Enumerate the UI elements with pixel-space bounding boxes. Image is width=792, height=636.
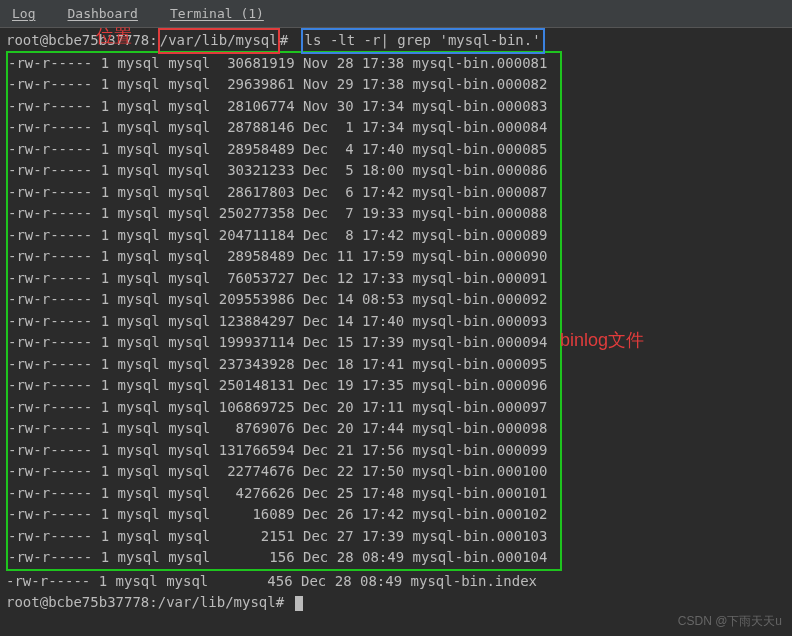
file-row: -rw-r----- 1 mysql mysql 2151 Dec 27 17:… <box>8 526 560 548</box>
file-listing-box: -rw-r----- 1 mysql mysql 30681919 Nov 28… <box>6 51 562 571</box>
file-row: -rw-r----- 1 mysql mysql 250148131 Dec 1… <box>8 375 560 397</box>
file-row: -rw-r----- 1 mysql mysql 131766594 Dec 2… <box>8 440 560 462</box>
file-row: -rw-r----- 1 mysql mysql 204711184 Dec 8… <box>8 225 560 247</box>
file-row: -rw-r----- 1 mysql mysql 28958489 Dec 11… <box>8 246 560 268</box>
file-row: -rw-r----- 1 mysql mysql 106869725 Dec 2… <box>8 397 560 419</box>
file-row: -rw-r----- 1 mysql mysql 76053727 Dec 12… <box>8 268 560 290</box>
cursor <box>295 596 303 611</box>
file-row: -rw-r----- 1 mysql mysql 30321233 Dec 5 … <box>8 160 560 182</box>
file-row: -rw-r----- 1 mysql mysql 28106774 Nov 30… <box>8 96 560 118</box>
file-row: -rw-r----- 1 mysql mysql 123884297 Dec 1… <box>8 311 560 333</box>
prompt-hash: # <box>276 594 284 610</box>
annotation-binlog: binlog文件 <box>560 330 644 352</box>
tab-dashboard[interactable]: Dashboard <box>63 4 141 23</box>
file-row: -rw-r----- 1 mysql mysql 199937114 Dec 1… <box>8 332 560 354</box>
tab-log[interactable]: Log <box>8 4 39 23</box>
prompt-hash: # <box>280 32 288 48</box>
prompt-prefix: root@bcbe75b37778: <box>6 32 158 48</box>
prompt-prefix: root@bcbe75b37778: <box>6 594 158 610</box>
file-row: -rw-r----- 1 mysql mysql 29639861 Nov 29… <box>8 74 560 96</box>
prompt-path: /var/lib/mysql <box>158 594 276 610</box>
annotation-position: 位置 <box>96 24 132 48</box>
file-row: -rw-r----- 1 mysql mysql 28958489 Dec 4 … <box>8 139 560 161</box>
file-row: -rw-r----- 1 mysql mysql 16089 Dec 26 17… <box>8 504 560 526</box>
file-row: -rw-r----- 1 mysql mysql 237343928 Dec 1… <box>8 354 560 376</box>
file-row: -rw-r----- 1 mysql mysql 30681919 Nov 28… <box>8 53 560 75</box>
command-box: ls -lt -r| grep 'mysql-bin.' <box>301 28 545 54</box>
prompt-path-box: /var/lib/mysql <box>158 28 280 54</box>
index-row: -rw-r----- 1 mysql mysql 456 Dec 28 08:4… <box>6 571 786 593</box>
watermark: CSDN @下雨天天u <box>678 613 782 630</box>
file-row: -rw-r----- 1 mysql mysql 8769076 Dec 20 … <box>8 418 560 440</box>
file-row: -rw-r----- 1 mysql mysql 156 Dec 28 08:4… <box>8 547 560 569</box>
file-row: -rw-r----- 1 mysql mysql 22774676 Dec 22… <box>8 461 560 483</box>
tab-terminal[interactable]: Terminal (1) <box>166 4 268 23</box>
file-row: -rw-r----- 1 mysql mysql 209553986 Dec 1… <box>8 289 560 311</box>
terminal-pane[interactable]: root@bcbe75b37778:/var/lib/mysql# ls -lt… <box>0 28 792 616</box>
file-row: -rw-r----- 1 mysql mysql 28617803 Dec 6 … <box>8 182 560 204</box>
prompt-line-2: root@bcbe75b37778:/var/lib/mysql# <box>6 592 786 614</box>
file-row: -rw-r----- 1 mysql mysql 4276626 Dec 25 … <box>8 483 560 505</box>
file-row: -rw-r----- 1 mysql mysql 28788146 Dec 1 … <box>8 117 560 139</box>
file-row: -rw-r----- 1 mysql mysql 250277358 Dec 7… <box>8 203 560 225</box>
